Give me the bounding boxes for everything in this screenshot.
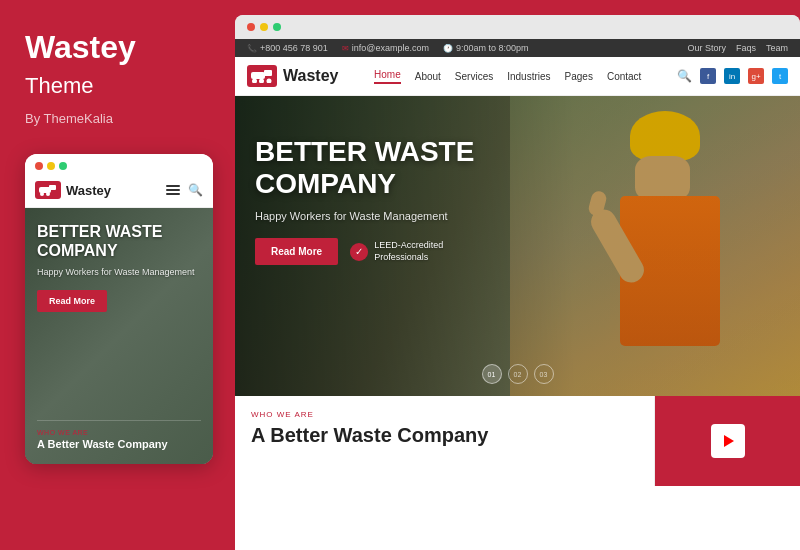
nav-services[interactable]: Services xyxy=(455,71,493,82)
email-address: info@example.com xyxy=(352,43,429,53)
hero-dot-1[interactable]: 01 xyxy=(482,364,502,384)
mobile-hero: BETTER WASTE COMPANY Happy Workers for W… xyxy=(25,208,213,464)
svg-point-1 xyxy=(40,192,44,196)
hero-dots: 01 02 03 xyxy=(482,364,554,384)
phone-icon: 📞 xyxy=(247,44,257,53)
phone-number: +800 456 78 901 xyxy=(260,43,328,53)
dot-green xyxy=(59,162,67,170)
dot-yellow xyxy=(47,162,55,170)
browser-dot-red xyxy=(247,23,255,31)
theme-title: Wastey xyxy=(25,30,210,65)
mobile-card-dots xyxy=(25,154,213,176)
leed-badge: ✓ LEED-Accredited Professionals xyxy=(350,240,443,263)
mobile-hero-sub: Happy Workers for Waste Management xyxy=(37,267,201,279)
nav-contact[interactable]: Contact xyxy=(607,71,641,82)
hours-text: 9:00am to 8:00pm xyxy=(456,43,529,53)
theme-subtitle: Theme xyxy=(25,73,210,99)
better-waste-company-title: A Better Waste Company xyxy=(251,424,638,447)
team-link[interactable]: Team xyxy=(766,43,788,53)
email-item: ✉ info@example.com xyxy=(342,43,429,53)
svg-rect-4 xyxy=(251,72,265,79)
mobile-logo: Wastey xyxy=(35,181,111,199)
nav-about[interactable]: About xyxy=(415,71,441,82)
svg-point-5 xyxy=(252,79,257,84)
mobile-nav-icons: 🔍 xyxy=(166,183,203,197)
mobile-logo-text: Wastey xyxy=(66,183,111,198)
our-story-link[interactable]: Our Story xyxy=(687,43,726,53)
svg-point-8 xyxy=(267,79,272,84)
svg-point-2 xyxy=(46,192,50,196)
hero-dot-3[interactable]: 03 xyxy=(534,364,554,384)
nav-pages[interactable]: Pages xyxy=(565,71,593,82)
mobile-hero-content: BETTER WASTE COMPANY Happy Workers for W… xyxy=(37,222,201,312)
mobile-read-more-button[interactable]: Read More xyxy=(37,290,107,312)
top-bar: 📞 +800 456 78 901 ✉ info@example.com 🕐 9… xyxy=(235,39,800,57)
bottom-left: WHO WE ARE A Better Waste Company xyxy=(235,396,655,486)
mobile-logo-icon xyxy=(35,181,61,199)
right-panel: 📞 +800 456 78 901 ✉ info@example.com 🕐 9… xyxy=(235,15,800,550)
nav-home[interactable]: Home xyxy=(374,69,401,84)
left-panel: Wastey Theme By ThemeKalia Wastey xyxy=(0,0,235,550)
bottom-right-video xyxy=(655,396,800,486)
site-preview: 📞 +800 456 78 901 ✉ info@example.com 🕐 9… xyxy=(235,39,800,550)
faqs-link[interactable]: Faqs xyxy=(736,43,756,53)
twitter-icon[interactable]: t xyxy=(772,68,788,84)
bottom-section: WHO WE ARE A Better Waste Company xyxy=(235,396,800,486)
browser-dot-yellow xyxy=(260,23,268,31)
svg-rect-3 xyxy=(49,185,56,190)
mobile-hero-title: BETTER WASTE COMPANY xyxy=(37,222,201,260)
who-we-are-label: WHO WE ARE xyxy=(251,410,638,419)
nav-logo: Wastey xyxy=(247,65,338,87)
nav-industries[interactable]: Industries xyxy=(507,71,550,82)
mobile-who-we-are-label: WHO WE ARE xyxy=(37,429,201,436)
nav-right-icons: 🔍 f in g+ t xyxy=(677,68,788,84)
mobile-section-title: A Better Waste Company xyxy=(37,438,201,450)
hours-item: 🕐 9:00am to 8:00pm xyxy=(443,43,529,53)
hero-content: BETTER WASTE COMPANY Happy Workers for W… xyxy=(255,136,474,265)
top-bar-left: 📞 +800 456 78 901 ✉ info@example.com 🕐 9… xyxy=(247,43,529,53)
read-more-button[interactable]: Read More xyxy=(255,238,338,265)
mobile-preview-card: Wastey 🔍 BETTER WASTE COMPANY Happy Work… xyxy=(25,154,213,464)
nav-links: Home About Services Industries Pages Con… xyxy=(374,69,641,84)
linkedin-icon[interactable]: in xyxy=(724,68,740,84)
email-icon: ✉ xyxy=(342,44,349,53)
main-nav: Wastey Home About Services Industries Pa… xyxy=(235,57,800,96)
nav-logo-icon xyxy=(247,65,277,87)
dot-red xyxy=(35,162,43,170)
clock-icon: 🕐 xyxy=(443,44,453,53)
nav-logo-text: Wastey xyxy=(283,67,338,85)
svg-rect-7 xyxy=(264,70,272,76)
mobile-search-icon[interactable]: 🔍 xyxy=(188,183,203,197)
browser-bar xyxy=(235,15,800,39)
theme-by: By ThemeKalia xyxy=(25,111,210,126)
mobile-nav: Wastey 🔍 xyxy=(25,176,213,208)
google-plus-icon[interactable]: g+ xyxy=(748,68,764,84)
play-button[interactable] xyxy=(711,424,745,458)
hero-subtitle: Happy Workers for Waste Management xyxy=(255,210,474,222)
browser-dot-green xyxy=(273,23,281,31)
search-icon[interactable]: 🔍 xyxy=(677,69,692,83)
check-icon: ✓ xyxy=(350,243,368,261)
hero-actions: Read More ✓ LEED-Accredited Professional… xyxy=(255,238,474,265)
hero-dot-2[interactable]: 02 xyxy=(508,364,528,384)
leed-text: LEED-Accredited Professionals xyxy=(374,240,443,263)
svg-point-6 xyxy=(259,79,264,84)
play-triangle-icon xyxy=(724,435,734,447)
top-bar-right: Our Story Faqs Team xyxy=(687,43,788,53)
mobile-bottom-section: WHO WE ARE A Better Waste Company xyxy=(37,420,201,450)
hero-title: BETTER WASTE COMPANY xyxy=(255,136,474,200)
hero-section: BETTER WASTE COMPANY Happy Workers for W… xyxy=(235,96,800,396)
hamburger-icon[interactable] xyxy=(166,185,180,195)
phone-item: 📞 +800 456 78 901 xyxy=(247,43,328,53)
facebook-icon[interactable]: f xyxy=(700,68,716,84)
